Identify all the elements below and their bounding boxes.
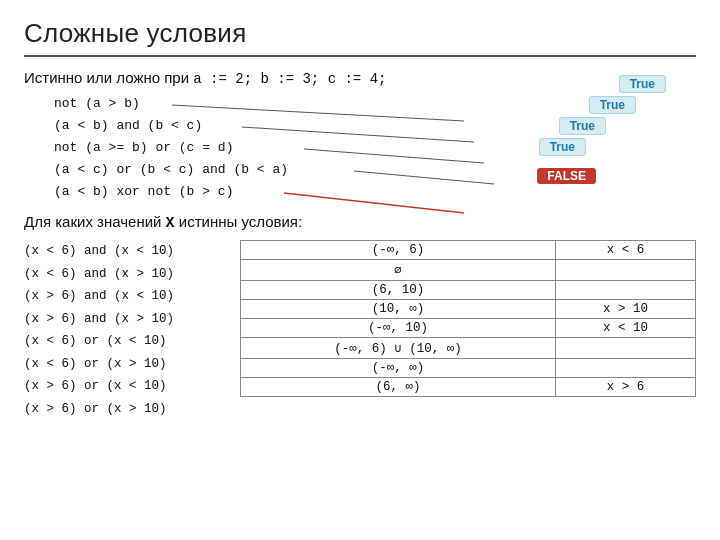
condition-cell: x < 10 [556,319,696,338]
bottom-section: (x < 6) and (x < 10)(x < 6) and (x > 10)… [24,240,696,420]
condition-cell [556,260,696,281]
badge-3: True [559,117,606,135]
section2-rest: истинны условия: [179,213,302,230]
cond-code-4: (a < c) or (b < c) and (b < a) [54,159,696,181]
table-row: (-∞, 6) ∪ (10, ∞) [241,338,696,359]
expr-item: (x > 6) or (x < 10) [24,375,224,398]
condition-cell: x < 6 [556,241,696,260]
expr-item: (x < 6) and (x < 10) [24,240,224,263]
expr-item: (x > 6) or (x > 10) [24,398,224,421]
table-row: (6, ∞)x > 6 [241,378,696,397]
results-table: (-∞, 6)x < 6∅ (6, 10) (10, ∞)x > 10(-∞, … [240,240,696,397]
cond-code-3: not (a >= b) or (c = d) [54,137,696,159]
expr-item: (x < 6) or (x < 10) [24,330,224,353]
badge-5: FALSE [537,168,596,184]
interval-cell: ∅ [241,260,556,281]
intro-vars: a := 2; b := 3; c := 4; [193,71,386,87]
page-title: Сложные условия [24,18,696,49]
interval-cell: (10, ∞) [241,300,556,319]
interval-cell: (-∞, 10) [241,319,556,338]
conditions-wrapper: not (a > b) (a < b) and (b < c) not (a >… [24,93,696,203]
interval-cell: (6, 10) [241,281,556,300]
interval-cell: (-∞, 6) ∪ (10, ∞) [241,338,556,359]
condition-cell [556,281,696,300]
expression-list: (x < 6) and (x < 10)(x < 6) and (x > 10)… [24,240,224,420]
cond-code-5: (a < b) xor not (b > c) [54,181,696,203]
expr-item: (x > 6) and (x < 10) [24,285,224,308]
badge-2: True [589,96,636,114]
interval-cell: (-∞, 6) [241,241,556,260]
table-row: ∅ [241,260,696,281]
interval-cell: (6, ∞) [241,378,556,397]
interval-cell: (-∞, ∞) [241,359,556,378]
table-row: (-∞, 6)x < 6 [241,241,696,260]
table-row: (-∞, ∞) [241,359,696,378]
cond-line-3: not (a >= b) or (c = d) [54,137,696,159]
cond-line-4: (a < c) or (b < c) and (b < a) [54,159,696,181]
condition-cell [556,359,696,378]
section2-var: X [166,215,175,232]
cond-line-5: (a < b) xor not (b > c) [54,181,696,203]
condition-cell [556,338,696,359]
condition-cell: x > 10 [556,300,696,319]
expr-item: (x < 6) or (x > 10) [24,353,224,376]
section2-title: Для каких значений X истинны условия: [24,213,696,232]
table-row: (-∞, 10)x < 10 [241,319,696,338]
badge-1: True [619,75,666,93]
section2-label: Для каких значений [24,213,161,230]
intro-text: Истинно или ложно при a := 2; b := 3; c … [24,69,696,87]
expr-item: (x > 6) and (x > 10) [24,308,224,331]
table-row: (10, ∞)x > 10 [241,300,696,319]
condition-cell: x > 6 [556,378,696,397]
title-divider [24,55,696,57]
intro-label: Истинно или ложно при [24,69,189,86]
badge-4: True [539,138,586,156]
expr-item: (x < 6) and (x > 10) [24,263,224,286]
table-row: (6, 10) [241,281,696,300]
